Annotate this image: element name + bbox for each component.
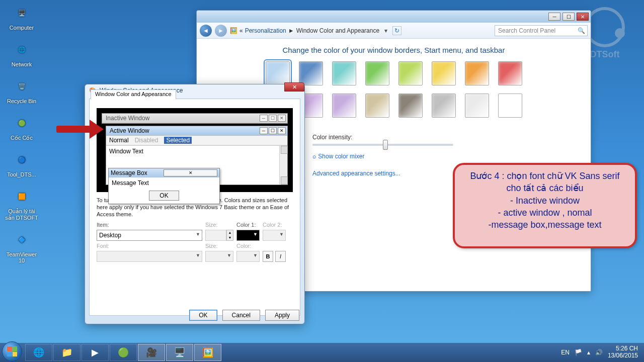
color2-label: Color 2: [263,222,286,228]
color1-label: Color 1: [236,222,260,228]
minimize-icon[interactable]: ─ [260,127,268,134]
taskbar-item[interactable]: 🖼️ [194,344,221,361]
color-swatch[interactable] [465,61,489,85]
monitor-icon: 🖥️ [12,3,32,23]
item-dropdown[interactable]: Desktop▼ [97,230,202,241]
close-button[interactable]: ✕ [284,82,304,92]
language-indicator[interactable]: EN [561,349,570,356]
color-swatch[interactable] [266,61,290,85]
show-mixer-link[interactable]: ⊙ Show color mixer [312,153,571,160]
desktop: 🖥️Computer 🌐Network 🗑️Recycle Bin 🟢Cốc C… [3,3,40,263]
size-label: Size: [205,222,233,228]
color-swatch[interactable] [432,61,456,85]
desktop-icon-recyclebin[interactable]: 🗑️Recycle Bin [3,76,40,104]
color-swatch[interactable] [498,94,522,118]
slider-thumb[interactable] [383,140,388,150]
intensity-label: Color intensity: [312,134,571,141]
desktop-icon-teamviewer[interactable]: 🔷TeamViewer 10 [3,230,40,263]
fontsize-dropdown: ▼ [205,251,233,262]
close-icon[interactable]: ✕ [278,127,286,134]
taskbar-item[interactable]: 🖥️ [166,344,193,361]
color1-picker[interactable]: ▼ [236,230,260,241]
refresh-button[interactable]: ↻ [392,26,401,35]
color-swatch[interactable] [398,61,423,85]
taskbar-item[interactable]: 📁 [53,344,80,361]
scrollbar[interactable] [279,146,287,185]
ok-button[interactable]: OK [149,191,179,201]
taskbar-item[interactable]: ▶ [82,344,109,361]
network-icon: 🌐 [12,40,32,60]
page-title: Change the color of your window borders,… [217,46,571,54]
color-swatch[interactable] [332,94,356,118]
color-swatch[interactable] [432,94,456,118]
preview-message-box[interactable]: Message Box✕ Message Text OK [108,168,220,204]
intensity-slider[interactable] [312,144,453,146]
bold-button[interactable]: B [263,251,273,262]
maximize-button[interactable]: ☐ [562,13,575,21]
start-button[interactable] [2,341,22,361]
clock[interactable]: 5:26 CH 13/06/2015 [608,345,638,359]
color-swatch-row-1 [217,61,571,85]
chevron-down-icon: ▼ [196,232,200,237]
cancel-button[interactable]: Cancel [222,310,260,321]
close-icon[interactable]: ✕ [164,169,217,176]
breadcrumb[interactable]: 🖼️ « Personalization ► Window Color and … [230,27,379,34]
coccoc-icon: 🟢 [12,113,32,133]
maximize-icon[interactable]: ☐ [269,127,277,134]
taskbar-item[interactable]: 🌐 [25,344,52,361]
breadcrumb-current: Window Color and Appearance [296,27,379,34]
tray-chevron-up-icon[interactable]: ▴ [587,349,590,356]
size-field [205,230,226,241]
maximize-icon[interactable]: ☐ [269,115,277,122]
search-icon: 🔍 [578,27,585,34]
taskbar-item[interactable]: 🎥 [138,344,165,361]
apply-button[interactable]: Apply [265,310,299,321]
color-swatch[interactable] [365,61,389,85]
close-icon[interactable]: ✕ [278,115,286,122]
minimize-icon[interactable]: ─ [260,115,268,122]
item-label: Item: [97,222,202,228]
color-swatch[interactable] [332,61,356,85]
desktop-icon-coccoc[interactable]: 🟢Cốc Cốc [3,113,40,141]
wca-tab[interactable]: Window Color and Appearance [91,89,176,99]
color-swatch[interactable] [398,94,423,118]
taskbar-item[interactable]: 🟢 [110,344,137,361]
font-dropdown: ▼ [97,251,202,262]
color-swatch[interactable] [465,94,489,118]
system-tray[interactable]: EN 🏳️ ▴ 🔊 5:26 CH 13/06/2015 [561,345,642,359]
color-swatch[interactable] [299,61,323,85]
cp-titlebar: ─ ☐ ✕ [197,11,591,23]
tray-flag-icon[interactable]: 🏳️ [575,349,582,356]
color-swatch[interactable] [498,61,522,85]
desktop-icon-computer[interactable]: 🖥️Computer [3,3,40,31]
chevron-down-icon: ▼ [227,253,231,258]
preview-area: Inactive Window ─ ☐ ✕ Active Window ─ ☐ … [97,108,293,192]
size2-label: Size: [205,243,233,249]
italic-button[interactable]: I [275,251,286,262]
close-button[interactable]: ✕ [577,13,589,21]
preview-active-window[interactable]: Active Window ─ ☐ ✕ Normal Disabled Sele… [106,126,288,185]
desktop-icon-network[interactable]: 🌐Network [3,40,40,67]
font-label: Font: [97,243,202,249]
breadcrumb-parent[interactable]: Personalization [245,27,286,34]
search-input[interactable]: Search Control Panel 🔍 [495,25,588,36]
forward-button[interactable]: ► [215,25,227,37]
color-swatch[interactable] [365,94,389,118]
ok-button[interactable]: OK [189,310,217,321]
chevron-down-icon: ▼ [253,232,258,237]
desktop-icon-qlts[interactable]: 🟧Quản lý tài sản DTSOFT [3,187,40,220]
desktop-icon-tooldts[interactable]: 🔵Tool_DTS... [3,150,40,177]
trash-icon: 🗑️ [12,76,32,97]
color2-picker: ▼ [263,230,286,241]
preview-inactive-window[interactable]: Inactive Window ─ ☐ ✕ [102,113,288,124]
minimize-button[interactable]: ─ [548,13,560,21]
annotation-callout: Bước 4 : chọn font chữ VK Sans serif cho… [453,163,637,248]
tray-volume-icon[interactable]: 🔊 [595,349,603,356]
back-button[interactable]: ◄ [200,25,212,37]
qlts-icon: 🟧 [12,187,32,207]
annotation-arrow [56,126,92,133]
color-label: Color: [236,243,260,249]
fontcolor-picker: ▼ [236,251,260,262]
preview-menu[interactable]: Normal Disabled Selected [106,136,287,145]
preview-client-area[interactable]: Window Text Message Box✕ Message Text OK [106,145,287,185]
